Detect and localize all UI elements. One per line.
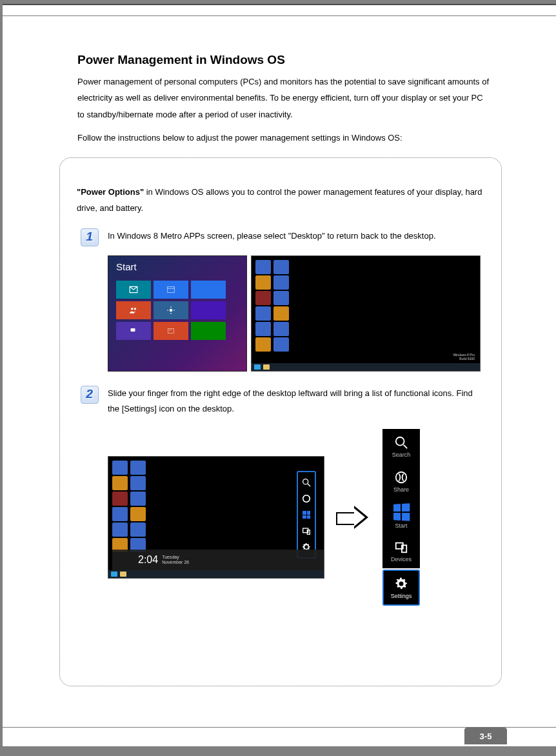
desktop-icons (112, 461, 146, 552)
desktop-charms-screenshot: 2:04 Tuesday November 26 (108, 456, 324, 579)
desktop-icon (130, 476, 146, 490)
step-2-text: Slide your finger from the right edge of… (108, 386, 484, 417)
desktop-icon (273, 275, 289, 290)
power-options-text: "Power Options" in Windows OS allows you… (77, 184, 484, 217)
step-1-text: In Windows 8 Metro APPs screen, please s… (108, 228, 484, 246)
step-2-screenshots: 2:04 Tuesday November 26 Search Share (108, 429, 484, 606)
intro-paragraph: Power management of personal computers (… (77, 74, 490, 123)
desktop-icon (112, 461, 128, 475)
follow-paragraph: Follow the instructions below to adjust … (77, 130, 490, 146)
devices-icon (301, 526, 312, 536)
page-heading: Power Management in Windows OS (77, 53, 490, 67)
charm-settings-highlight: Settings (382, 570, 420, 606)
desktop-icons (255, 260, 289, 352)
desktop-icon (255, 260, 271, 274)
taskbar-explorer-icon (120, 572, 126, 577)
tile-messaging (116, 322, 151, 340)
search-icon (394, 435, 408, 450)
winpro-line1: Windows 8 Pro (453, 353, 475, 357)
top-gray-bar (0, 0, 556, 5)
taskbar (108, 570, 324, 578)
clock-date: Tuesday November 26 (162, 555, 189, 564)
desktop-icon (255, 291, 271, 305)
step-1-screenshots: Start (108, 255, 484, 372)
tile-news (154, 322, 188, 340)
charms-bar-enlarged: Search Share Start Devices Settings (382, 429, 420, 606)
desktop-icon (130, 492, 146, 506)
tile-people (116, 301, 151, 319)
clock-day: Tuesday (162, 555, 179, 559)
step-1-row: 1 In Windows 8 Metro APPs screen, please… (77, 228, 484, 246)
tile-mail (116, 281, 151, 299)
devices-icon (394, 540, 408, 554)
clock-time: 2:04 (138, 554, 158, 566)
desktop-icon (112, 507, 128, 521)
charm-settings-label: Settings (391, 593, 412, 599)
win8-desktop-screenshot: Windows 8 Pro Build 9200 (251, 255, 481, 372)
tile-weather (154, 301, 188, 319)
windows-build-label: Windows 8 Pro Build 9200 (453, 353, 475, 361)
start-tiles (116, 281, 226, 340)
svg-point-2 (131, 308, 134, 310)
taskbar-explorer-icon (263, 364, 270, 370)
desktop-icon (130, 507, 146, 521)
start-icon (301, 510, 312, 520)
arrow-right-icon (336, 506, 371, 529)
settings-icon (393, 576, 409, 592)
desktop-icon (130, 461, 146, 475)
tile-calendar (154, 281, 188, 299)
charm-start: Start (382, 499, 420, 533)
calendar-icon (166, 285, 175, 294)
desktop-icon (273, 322, 289, 336)
start-label: Start (116, 261, 137, 272)
svg-point-12 (303, 479, 308, 484)
svg-rect-9 (131, 328, 135, 332)
svg-point-17 (396, 437, 404, 445)
clock-date-text: November 26 (162, 560, 189, 564)
top-hairline (0, 15, 556, 16)
svg-line-18 (404, 444, 408, 448)
news-icon (166, 327, 175, 335)
desktop-icon (255, 275, 271, 290)
charm-devices: Devices (382, 533, 420, 568)
desktop-icon (273, 337, 289, 352)
taskbar-ie-icon (254, 364, 261, 370)
charm-share: Share (382, 464, 420, 499)
svg-point-3 (134, 308, 137, 310)
desktop-icon (112, 522, 128, 537)
win8-start-screenshot: Start (108, 255, 247, 372)
share-icon (394, 470, 408, 484)
share-icon (301, 493, 312, 504)
svg-rect-16 (307, 530, 310, 535)
people-icon (128, 306, 139, 315)
clock-bar: 2:04 Tuesday November 26 (112, 550, 324, 570)
desktop-icon (273, 291, 289, 305)
desktop-icon (273, 260, 289, 274)
step-2-row: 2 Slide your finger from the right edge … (77, 386, 484, 417)
svg-point-4 (170, 308, 173, 312)
step-1-badge: 1 (81, 228, 99, 246)
mail-icon (129, 285, 138, 294)
power-options-label: "Power Options" (77, 187, 144, 197)
taskbar (252, 363, 480, 371)
tile-store (191, 322, 226, 340)
charm-share-label: Share (393, 486, 409, 493)
svg-line-13 (308, 484, 310, 486)
search-icon (301, 477, 312, 488)
desktop-icon (130, 522, 146, 537)
charms-strip-highlight (297, 471, 316, 559)
svg-point-19 (396, 472, 407, 482)
desktop-icon (255, 337, 271, 352)
taskbar-ie-icon (111, 572, 117, 577)
left-gray-bar (0, 0, 3, 756)
desktop-icon (255, 306, 271, 321)
messaging-icon (129, 327, 138, 335)
svg-rect-10 (168, 328, 174, 333)
winpro-line2: Build 9200 (453, 357, 475, 361)
bottom-gray-bar (0, 747, 556, 756)
weather-icon (166, 306, 175, 315)
charm-devices-label: Devices (391, 556, 412, 562)
charm-search: Search (382, 429, 420, 464)
charm-search-label: Search (392, 452, 411, 458)
windows-logo-icon (393, 503, 410, 521)
